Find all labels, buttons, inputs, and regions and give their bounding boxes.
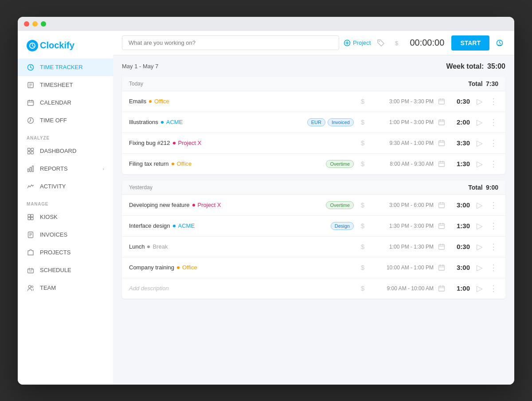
entry-calendar-button[interactable] — [438, 222, 447, 230]
entry-more-button[interactable]: ⋮ — [489, 97, 498, 106]
entry-fixing-bug: Fixing bug #212 Project X $ 9:30 AM - 1:… — [122, 133, 505, 154]
entry-more-button[interactable]: ⋮ — [489, 263, 498, 273]
entry-more-button[interactable]: ⋮ — [489, 138, 498, 148]
svg-line-45 — [500, 43, 501, 44]
entry-play-button[interactable]: ▷ — [474, 117, 485, 127]
topbar: Project $ 00:00:00 START — [113, 31, 514, 55]
entry-play-button[interactable]: ▷ — [474, 284, 485, 293]
entry-time-range: 9:00 AM - 10:00 AM — [372, 285, 434, 292]
sidebar-item-label: CALENDAR — [40, 99, 71, 106]
close-dot[interactable] — [24, 21, 29, 27]
entry-play-button[interactable]: ▷ — [474, 159, 485, 169]
project-dot — [172, 163, 174, 165]
start-button[interactable]: START — [451, 35, 489, 51]
svg-rect-26 — [28, 217, 31, 220]
entry-calendar-button[interactable] — [438, 243, 447, 250]
entry-more-button[interactable]: ⋮ — [489, 200, 498, 210]
entry-more-button[interactable]: ⋮ — [489, 159, 498, 169]
entry-description: Filing tax return Office — [129, 160, 321, 167]
svg-rect-20 — [31, 152, 34, 154]
entry-time-range: 3:00 PM - 6:00 PM — [372, 202, 434, 208]
entry-duration: 2:00 — [451, 118, 470, 126]
today-label: Today — [129, 81, 143, 87]
entry-billable-toggle[interactable]: $ — [358, 160, 367, 167]
entry-more-button[interactable]: ⋮ — [489, 221, 498, 231]
sidebar-item-time-off[interactable]: TIME OFF — [18, 112, 113, 129]
entry-billable-toggle[interactable]: $ — [358, 243, 367, 250]
dollar-icon-button[interactable]: $ — [391, 37, 403, 49]
sidebar-item-projects[interactable]: PROJECTS — [18, 244, 113, 261]
entry-name: Interface design — [129, 222, 170, 229]
entry-time-range: 10:00 AM - 1:00 PM — [372, 265, 434, 271]
entry-play-button[interactable]: ▷ — [474, 97, 485, 106]
entry-calendar-button[interactable] — [438, 119, 447, 126]
sidebar-item-activity[interactable]: ACTIVITY — [18, 178, 113, 195]
minimize-dot[interactable] — [32, 21, 38, 27]
tag-icon-button[interactable] — [375, 37, 387, 49]
entry-play-button[interactable]: ▷ — [474, 138, 485, 148]
sidebar: Clockify TIME TRACKER — [18, 31, 113, 385]
entry-billable-toggle[interactable]: $ — [358, 139, 367, 147]
project-button[interactable]: Project — [344, 39, 371, 47]
entry-billable-toggle[interactable]: $ — [358, 118, 367, 126]
sidebar-item-team[interactable]: TEAM — [18, 279, 113, 297]
entry-play-button[interactable]: ▷ — [474, 221, 485, 231]
entry-duration: 1:30 — [451, 222, 470, 230]
entry-more-button[interactable]: ⋮ — [489, 242, 498, 252]
sidebar-item-schedule[interactable]: SCHEDULE — [18, 261, 113, 279]
svg-rect-18 — [31, 148, 34, 151]
entry-calendar-button[interactable] — [438, 285, 447, 292]
svg-rect-25 — [31, 214, 34, 217]
entry-calendar-button[interactable] — [438, 160, 447, 167]
entry-billable-toggle[interactable]: $ — [358, 201, 367, 209]
svg-rect-68 — [439, 224, 445, 229]
entry-calendar-button[interactable] — [438, 202, 447, 209]
entry-billable-toggle[interactable]: $ — [358, 284, 367, 292]
project-dot — [161, 121, 164, 124]
entry-billable-toggle[interactable]: $ — [358, 264, 367, 271]
sidebar-item-label: PROJECTS — [40, 249, 70, 256]
entry-more-button[interactable]: ⋮ — [489, 117, 498, 127]
sidebar-item-invoices[interactable]: INVOICES — [18, 226, 113, 244]
titlebar — [18, 17, 514, 31]
entry-billable-toggle[interactable]: $ — [358, 97, 367, 105]
entry-calendar-button[interactable] — [438, 264, 447, 271]
entry-title-row: Emails Office — [129, 98, 349, 105]
sidebar-item-dashboard[interactable]: DASHBOARD — [18, 142, 113, 160]
entry-more-button[interactable]: ⋮ — [489, 284, 498, 293]
calendar-icon — [27, 99, 35, 107]
app-window: Clockify TIME TRACKER — [18, 17, 514, 385]
sidebar-item-time-tracker[interactable]: TIME TRACKER — [18, 58, 113, 76]
today-total-label: Total — [468, 80, 482, 87]
description-input[interactable] — [122, 35, 339, 50]
sidebar-item-reports[interactable]: REPORTS › — [18, 160, 113, 178]
mode-toggle-button[interactable] — [494, 37, 505, 49]
yesterday-header: Yesterday Total 9:00 — [122, 180, 505, 195]
entry-duration: 1:30 — [451, 160, 470, 167]
entry-calendar-button[interactable] — [438, 98, 447, 105]
sidebar-item-calendar[interactable]: CALENDAR — [18, 94, 113, 112]
entry-calendar-button[interactable] — [438, 140, 447, 147]
entry-project: ACME — [178, 222, 195, 229]
time-off-icon — [27, 117, 35, 125]
sidebar-item-kiosk[interactable]: KIOSK — [18, 208, 113, 226]
timesheet-icon — [27, 81, 35, 89]
entry-name: Lunch — [129, 243, 145, 250]
entry-play-button[interactable]: ▷ — [474, 242, 485, 252]
svg-rect-60 — [439, 162, 445, 167]
entry-play-button[interactable]: ▷ — [474, 263, 485, 273]
entry-project: Project X — [178, 140, 202, 146]
svg-rect-56 — [439, 141, 445, 146]
project-dot — [173, 225, 176, 227]
entry-title-row: Company training Office — [129, 264, 349, 271]
entry-billable-toggle[interactable]: $ — [358, 222, 367, 230]
entry-project: Break — [153, 243, 168, 250]
sidebar-item-timesheet[interactable]: TIMESHEET — [18, 76, 113, 94]
add-description-placeholder[interactable]: Add description — [129, 285, 169, 292]
maximize-dot[interactable] — [41, 21, 46, 27]
entry-time-range: 8:00 AM - 9:30 AM — [372, 161, 434, 167]
svg-rect-24 — [28, 214, 31, 217]
entry-play-button[interactable]: ▷ — [474, 200, 485, 210]
entry-description: Emails Office — [129, 98, 349, 105]
entry-name: Illustrations — [129, 119, 158, 125]
